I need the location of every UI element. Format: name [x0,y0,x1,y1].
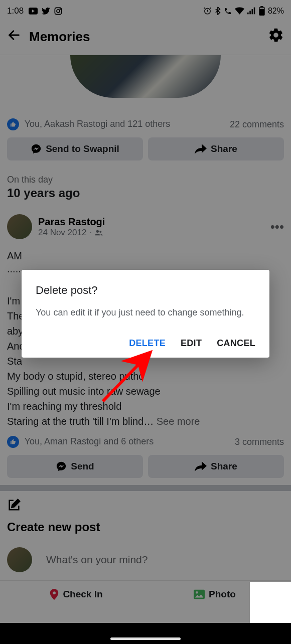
delete-button[interactable]: DELETE [129,338,166,349]
cancel-button[interactable]: CANCEL [217,338,255,349]
edit-button[interactable]: EDIT [181,338,202,349]
delete-post-dialog: Delete post? You can edit it if you just… [22,270,269,358]
dialog-title: Delete post? [36,284,255,297]
dialog-message: You can edit it if you just need to chan… [36,306,255,319]
overlay-block [250,582,291,623]
gesture-handle[interactable] [110,637,181,640]
system-nav-bar [0,623,291,644]
